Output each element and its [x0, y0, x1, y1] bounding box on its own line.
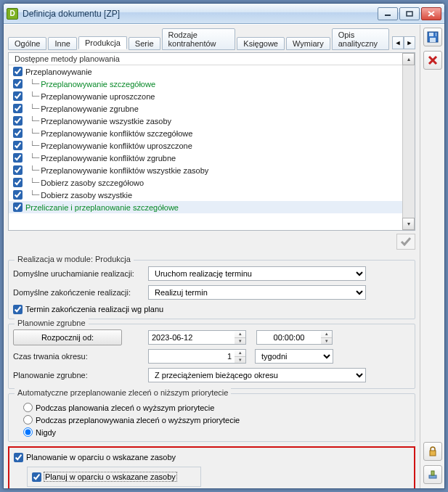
tab-rodzaje-kontrahentów[interactable]: Rodzaje kontrahentów [162, 28, 236, 50]
tab-serie[interactable]: Serie [129, 37, 160, 50]
start-realization-combo[interactable]: Uruchom realizację terminu [148, 266, 366, 281]
coarse-mode-combo[interactable]: Z przeciążeniem bieżącego okresu [148, 368, 366, 382]
tree-item-label: Przeplanowywanie zgrubne [41, 104, 139, 113]
planning-methods-tree[interactable]: Dostępne metody planowania Przeplanowywa… [8, 52, 415, 231]
auto-radio-row: Podczas przeplanowywania zleceń o wyższy… [13, 414, 410, 426]
auto-radio-row: Podczas planowania zleceń o wyższym prio… [13, 401, 410, 414]
scroll-up-icon[interactable]: ▴ [402, 53, 415, 65]
tab-ogólne[interactable]: Ogólne [8, 37, 46, 50]
tree-branch-icon: └─ [30, 79, 39, 89]
group-realization-label: Realizacja w module: Produkcja [15, 255, 134, 263]
tree-item[interactable]: └─Dobierz zasoby wszystkie [9, 189, 415, 201]
tree-item[interactable]: └─Dobierz zasoby szczegółowo [9, 176, 415, 189]
start-date-input[interactable] [148, 330, 235, 345]
settings-button[interactable] [423, 465, 442, 484]
start-realization-label: Domyślne uruchamianie realizacji: [13, 269, 144, 278]
tab-inne[interactable]: Inne [48, 37, 76, 50]
tree-item[interactable]: └─Przeplanowywanie konfliktów uproszczon… [9, 139, 415, 152]
start-from-button[interactable]: Rozpocznij od: [13, 329, 122, 345]
tree-item-label: Przeplanowywanie konfliktów szczegółowe [41, 129, 192, 138]
content-area: OgólneInneProdukcjaSerieRodzaje kontrahe… [4, 25, 420, 488]
tree-item[interactable]: └─Przeplanowywanie uproszczone [9, 90, 415, 102]
duration-label: Czas trwania okresu: [13, 352, 122, 361]
titlebar[interactable]: D Definicja dokumentu [ZP] [4, 4, 444, 24]
tab-księgowe[interactable]: Księgowe [237, 37, 285, 50]
tree-item[interactable]: └─Przeplanowywanie konfliktów wszystkie … [9, 164, 415, 176]
tree-checkbox[interactable] [13, 91, 23, 101]
tree-checkbox[interactable] [13, 79, 23, 89]
tabstrip: OgólneInneProdukcjaSerieRodzaje kontrahe… [8, 28, 415, 49]
group-auto-label: Automatyczne przeplanowanie zleceń o niż… [15, 388, 231, 397]
auto-radio[interactable] [23, 403, 33, 412]
window: D Definicja dokumentu [ZP] OgólneInnePro… [3, 3, 445, 489]
auto-radio-label: Podczas planowania zleceń o wyższym prio… [36, 403, 214, 412]
svg-rect-12 [431, 471, 434, 475]
tree-checkbox[interactable] [13, 116, 23, 126]
tree-branch-icon: └─ [30, 128, 39, 138]
tree-item-label: Przeplanowywanie konfliktów wszystkie za… [41, 166, 208, 175]
tab-wymiary[interactable]: Wymiary [286, 37, 330, 50]
tree-item[interactable]: └─Przeplanowywanie szczegółowe [9, 78, 415, 90]
auto-radio[interactable] [23, 427, 33, 437]
tree-item[interactable]: Przeplanowywanie [9, 65, 415, 78]
tree-branch-icon: └─ [30, 116, 39, 126]
start-time-input[interactable] [256, 330, 322, 345]
tree-checkbox[interactable] [13, 104, 23, 113]
tab-produkcja[interactable]: Produkcja [78, 36, 127, 49]
tree-scrollbar[interactable]: ▴ ▾ [402, 53, 415, 230]
tree-branch-icon: └─ [30, 141, 39, 150]
tree-checkbox[interactable] [13, 67, 23, 76]
tree-item-label: Przeplanowywanie [25, 67, 92, 76]
tree-item-label: Przeplanowywanie wszystkie zasoby [41, 117, 171, 126]
plan-by-resources-label: Planowanie w oparciu o wskazane zasoby [26, 453, 176, 462]
tree-item-label: Przeliczanie i przeplanowanie szczegółow… [25, 203, 179, 212]
duration-unit-combo[interactable]: tygodni [255, 349, 333, 364]
plan-by-resources-inner-checkbox[interactable] [32, 472, 41, 482]
plan-by-resources-checkbox[interactable] [14, 453, 23, 462]
tree-item[interactable]: └─Przeplanowywanie konfliktów szczegółow… [9, 127, 415, 139]
duration-spinner[interactable]: ▴▾ [235, 349, 246, 364]
end-realization-combo[interactable]: Realizuj termin [148, 285, 366, 300]
tree-item[interactable]: └─Przeplanowywanie zgrubne [9, 102, 415, 115]
tree-branch-icon: └─ [30, 165, 39, 175]
duration-input[interactable] [148, 349, 235, 364]
confirm-check-button[interactable] [396, 234, 415, 250]
end-by-plan-checkbox[interactable] [13, 305, 23, 314]
tree-branch-icon: └─ [30, 91, 39, 101]
tree-checkbox[interactable] [13, 153, 23, 163]
tree-item-label: Przeplanowywanie szczegółowe [41, 80, 155, 89]
plan-by-resources-inner-label: Planuj w oparciu o wskazane zasoby [44, 472, 176, 481]
tree-item[interactable]: └─Przeplanowywanie konfliktów zgrubne [9, 152, 415, 164]
cancel-button[interactable] [423, 51, 442, 70]
svg-rect-1 [407, 12, 412, 16]
coarse-mode-label: Planowanie zgrubne: [13, 371, 122, 380]
group-coarse-planning: Planownie zgrubne Rozpocznij od: ▴▾ ▴▾ C… [8, 324, 415, 389]
close-button[interactable] [421, 7, 441, 20]
tree-branch-icon: └─ [30, 190, 39, 200]
tree-checkbox[interactable] [13, 165, 23, 175]
tab-opis-analityczny[interactable]: Opis analityczny [332, 28, 389, 50]
auto-radio[interactable] [23, 415, 33, 425]
check-icon [400, 237, 412, 247]
date-spinner[interactable]: ▴▾ [235, 330, 246, 345]
time-spinner[interactable]: ▴▾ [321, 330, 333, 345]
maximize-button[interactable] [399, 7, 420, 20]
tab-scroll-left[interactable]: ◄ [392, 36, 404, 49]
save-button[interactable] [423, 28, 442, 46]
tree-item[interactable]: └─Przeplanowywanie wszystkie zasoby [9, 115, 415, 127]
lock-button[interactable] [423, 442, 442, 461]
tree-item[interactable]: Przeliczanie i przeplanowanie szczegółow… [9, 201, 415, 213]
tree-checkbox[interactable] [13, 190, 23, 200]
tree-checkbox[interactable] [13, 202, 23, 212]
tree-item-label: Przeplanowywanie uproszczone [41, 92, 155, 101]
minimize-button[interactable] [378, 7, 398, 20]
tree-checkbox[interactable] [13, 128, 23, 138]
svg-rect-11 [429, 475, 436, 478]
tree-item-label: Dobierz zasoby szczegółowo [41, 179, 144, 187]
tree-checkbox[interactable] [13, 141, 23, 150]
scroll-down-icon[interactable]: ▾ [402, 218, 415, 230]
group-coarse-label: Planownie zgrubne [15, 319, 89, 327]
tab-scroll-right[interactable]: ► [404, 36, 415, 49]
tree-checkbox[interactable] [13, 178, 23, 187]
end-realization-label: Domyślne zakończenie realizacji: [13, 288, 144, 297]
